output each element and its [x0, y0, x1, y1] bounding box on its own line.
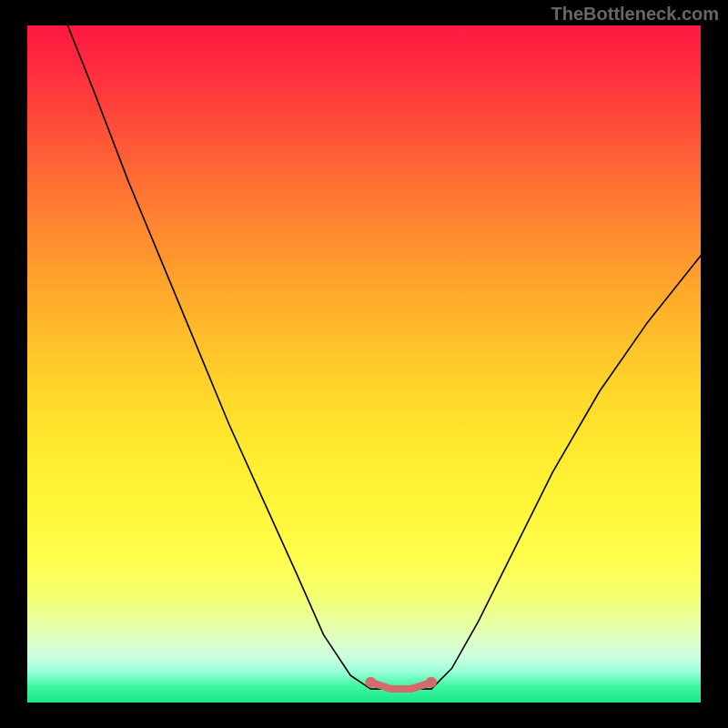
watermark-text: TheBottleneck.com: [551, 4, 719, 25]
accent-endpoint-left: [365, 677, 376, 688]
accent-endpoint-right: [426, 677, 437, 688]
chart-plot-area: [27, 25, 701, 703]
optimal-range-accent: [370, 682, 431, 689]
curve-svg: [27, 25, 701, 703]
bottleneck-curve: [67, 25, 701, 689]
